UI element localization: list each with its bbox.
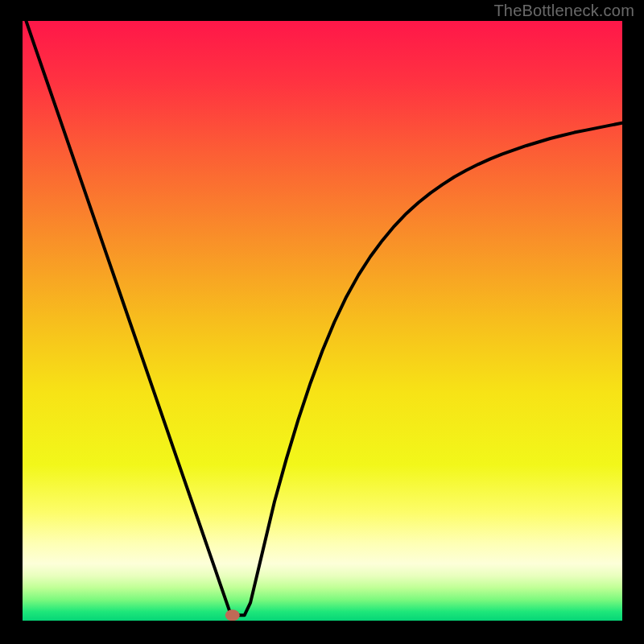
chart-background — [23, 21, 622, 621]
chart-plot-area — [23, 21, 622, 621]
optimal-point-marker — [225, 609, 240, 621]
chart-svg — [23, 21, 622, 621]
watermark-text: TheBottleneck.com — [493, 2, 634, 20]
